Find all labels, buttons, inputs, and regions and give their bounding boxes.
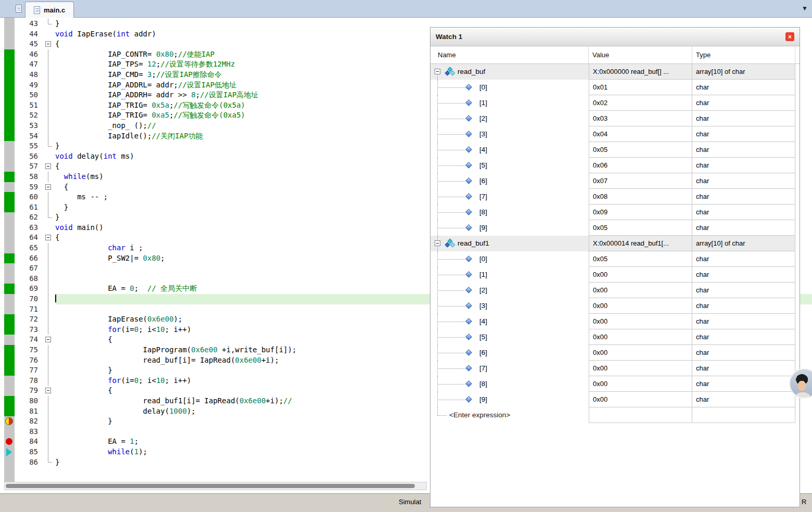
watch-value-cell[interactable]: 0x00: [589, 329, 692, 345]
gutter-cell[interactable]: [4, 263, 15, 274]
column-header-value[interactable]: Value: [589, 46, 692, 63]
watch-value-cell[interactable]: 0x00: [589, 376, 692, 392]
fold-toggle-icon[interactable]: [44, 161, 54, 172]
gutter-cell[interactable]: [4, 457, 15, 468]
watch-value-cell[interactable]: 0x09: [589, 204, 692, 220]
watch-title-bar[interactable]: Watch 1 ×: [430, 28, 800, 46]
watch-element-row[interactable]: [4]0x00char: [430, 314, 800, 329]
fold-toggle-icon[interactable]: [44, 182, 54, 193]
watch-name-cell[interactable]: <Enter expression>: [430, 407, 589, 423]
coverage-marker[interactable]: [4, 172, 15, 182]
watch-value-cell[interactable]: [589, 407, 692, 423]
watch-element-row[interactable]: [1]0x02char: [430, 95, 800, 111]
breakpoint-icon[interactable]: [4, 437, 15, 447]
collapse-icon[interactable]: [435, 240, 440, 246]
watch-value-cell[interactable]: 0x00: [589, 314, 692, 329]
watch-value-cell[interactable]: 0x08: [589, 189, 692, 204]
watch-element-row[interactable]: [5]0x00char: [430, 329, 800, 345]
watch-value-cell[interactable]: 0x05: [589, 220, 692, 236]
watch-element-row[interactable]: [3]0x00char: [430, 298, 800, 314]
gutter-cell[interactable]: [4, 233, 15, 243]
watch-value-cell[interactable]: 0x00: [589, 267, 692, 283]
watch-name-cell[interactable]: read_buf1: [430, 236, 589, 251]
gutter-cell[interactable]: [4, 386, 15, 396]
watch-name-cell[interactable]: read_buf: [430, 64, 589, 80]
gutter-cell[interactable]: [4, 212, 15, 223]
watch-element-row[interactable]: [9]0x00char: [430, 392, 800, 407]
coverage-marker[interactable]: [4, 253, 15, 264]
coverage-marker[interactable]: [4, 131, 15, 142]
gutter-cell[interactable]: [4, 19, 15, 29]
watch-name-cell[interactable]: [0]: [430, 251, 589, 267]
tab-list-dropdown-icon[interactable]: ▼: [802, 5, 808, 12]
watch-name-cell[interactable]: [2]: [430, 111, 589, 126]
collapse-icon[interactable]: [435, 69, 440, 74]
gutter-cell[interactable]: [4, 304, 15, 315]
watch-element-row[interactable]: [6]0x00char: [430, 345, 800, 361]
coverage-marker[interactable]: [4, 49, 15, 60]
coverage-marker[interactable]: [4, 121, 15, 131]
fold-toggle-icon[interactable]: [44, 233, 54, 243]
watch-value-cell[interactable]: 0x03: [589, 111, 692, 126]
watch-name-cell[interactable]: [3]: [430, 126, 589, 142]
watch-value-cell[interactable]: 0x06: [589, 158, 692, 173]
watch-value-cell[interactable]: X:0x000000 read_buf[] ...: [589, 64, 692, 80]
watch-element-row[interactable]: [0]0x05char: [430, 251, 800, 267]
watch-element-row[interactable]: [7]0x08char: [430, 189, 800, 204]
watch-name-cell[interactable]: [0]: [430, 80, 589, 95]
gutter-cell[interactable]: [4, 151, 15, 162]
watch-name-cell[interactable]: [3]: [430, 298, 589, 314]
watch-variable-row[interactable]: read_buf1X:0x000014 read_buf1[...array[1…: [430, 236, 800, 251]
fold-toggle-icon[interactable]: [44, 386, 54, 396]
watch-value-cell[interactable]: 0x05: [589, 142, 692, 158]
coverage-marker[interactable]: [4, 314, 15, 325]
coverage-marker[interactable]: [4, 100, 15, 111]
watch-element-row[interactable]: [6]0x07char: [430, 173, 800, 189]
watch-element-row[interactable]: [3]0x04char: [430, 126, 800, 142]
watch-name-cell[interactable]: [4]: [430, 314, 589, 329]
coverage-marker[interactable]: [4, 345, 15, 355]
watch-element-row[interactable]: [5]0x06char: [430, 158, 800, 173]
watch-name-cell[interactable]: [8]: [430, 376, 589, 392]
watch-element-row[interactable]: [0]0x01char: [430, 80, 800, 95]
watch-value-cell[interactable]: 0x00: [589, 361, 692, 376]
gutter-cell[interactable]: [4, 141, 15, 151]
watch-name-cell[interactable]: [4]: [430, 142, 589, 158]
watch-name-cell[interactable]: [7]: [430, 189, 589, 204]
gutter-cell[interactable]: [4, 427, 15, 437]
watch-element-row[interactable]: [7]0x00char: [430, 361, 800, 376]
coverage-marker[interactable]: [4, 396, 15, 406]
watch-value-cell[interactable]: X:0x000014 read_buf1[...: [589, 236, 692, 251]
column-header-type[interactable]: Type: [692, 46, 795, 63]
watch-enter-expression-row[interactable]: <Enter expression>: [430, 407, 800, 423]
gutter-cell[interactable]: [4, 274, 15, 284]
watch-value-cell[interactable]: 0x07: [589, 173, 692, 189]
watch-element-row[interactable]: [9]0x05char: [430, 220, 800, 236]
watch-value-cell[interactable]: 0x01: [589, 80, 692, 95]
column-header-name[interactable]: Name: [430, 46, 589, 63]
watch-value-cell[interactable]: 0x05: [589, 251, 692, 267]
coverage-marker[interactable]: [4, 59, 15, 70]
watch-name-cell[interactable]: [5]: [430, 329, 589, 345]
enter-expression-label[interactable]: <Enter expression>: [449, 411, 510, 419]
current-pc-icon[interactable]: [4, 416, 15, 427]
coverage-marker[interactable]: [4, 110, 15, 121]
watch-element-row[interactable]: [4]0x05char: [430, 142, 800, 158]
gutter-cell[interactable]: [4, 294, 15, 304]
coverage-marker[interactable]: [4, 325, 15, 335]
watch-element-row[interactable]: [8]0x00char: [430, 376, 800, 392]
gutter-cell[interactable]: [4, 182, 15, 193]
fold-toggle-icon[interactable]: [44, 335, 54, 345]
watch-value-cell[interactable]: 0x02: [589, 95, 692, 111]
watch-name-cell[interactable]: [6]: [430, 345, 589, 361]
watch-element-row[interactable]: [2]0x00char: [430, 283, 800, 298]
watch-variable-row[interactable]: read_bufX:0x000000 read_buf[] ...array[1…: [430, 64, 800, 80]
coverage-marker[interactable]: [4, 202, 15, 213]
gutter-cell[interactable]: [4, 161, 15, 172]
gutter-cell[interactable]: [4, 39, 15, 49]
watch-name-cell[interactable]: [7]: [430, 361, 589, 376]
scrollbar-thumb[interactable]: [6, 484, 415, 488]
watch-value-cell[interactable]: 0x00: [589, 392, 692, 407]
watch-name-cell[interactable]: [5]: [430, 158, 589, 173]
coverage-marker[interactable]: [4, 70, 15, 80]
